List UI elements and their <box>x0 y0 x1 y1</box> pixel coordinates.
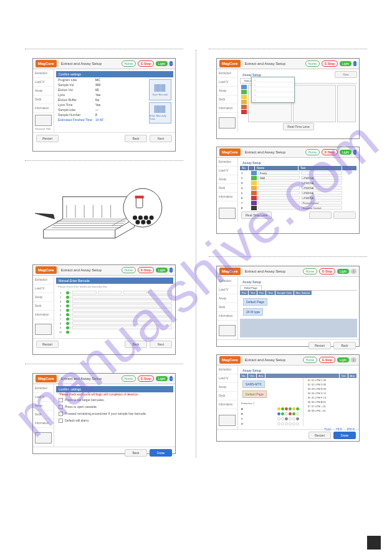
checkbox-icon[interactable] <box>59 419 63 423</box>
back-button[interactable]: Back <box>125 449 147 457</box>
realtime-lane-button[interactable]: Real-Time Lane <box>283 123 313 130</box>
table-row[interactable]: 7Primer/Control <box>240 200 357 205</box>
light-chip[interactable]: Light <box>340 61 351 66</box>
sidebar-item[interactable]: Information <box>33 104 54 113</box>
well-icon[interactable] <box>296 407 299 410</box>
checkbox-icon[interactable] <box>59 405 63 409</box>
well-icon[interactable] <box>296 422 299 425</box>
well-icon[interactable] <box>277 407 280 410</box>
estop-chip[interactable]: E-Stop <box>138 375 154 382</box>
well-icon[interactable] <box>289 417 292 420</box>
color-swatch[interactable] <box>241 105 247 109</box>
color-swatch[interactable] <box>241 90 247 94</box>
light-chip[interactable]: Light <box>340 150 351 155</box>
sidebar-item[interactable]: Load IV <box>33 78 54 87</box>
checkbox-icon[interactable] <box>59 398 63 402</box>
sidebar-item[interactable]: Deck <box>33 95 54 104</box>
color-swatch[interactable] <box>241 110 247 114</box>
restart-button[interactable]: Restart <box>36 341 59 348</box>
scan-barcode-button[interactable]: Scan Barcode <box>149 79 171 100</box>
light-chip[interactable]: Light <box>156 376 168 381</box>
well-icon[interactable] <box>289 407 292 410</box>
assay-type[interactable]: Default Page <box>242 390 267 398</box>
color-swatch[interactable] <box>241 95 247 99</box>
checklist-item[interactable]: Proceed remaining procedures if your sam… <box>56 410 173 417</box>
well-icon[interactable] <box>296 417 299 420</box>
well-icon[interactable] <box>292 417 295 420</box>
info-chip[interactable]: i <box>353 61 356 66</box>
table-row[interactable]: 4LPM/DNA <box>240 185 357 190</box>
estop-chip[interactable]: E-Stop <box>322 61 338 67</box>
light-chip[interactable]: Light <box>156 61 168 66</box>
estop-chip[interactable]: E-Stop <box>138 267 154 273</box>
well-icon[interactable] <box>281 407 284 410</box>
done-button[interactable]: Done <box>150 449 172 457</box>
info-chip[interactable]: i <box>170 376 173 381</box>
back-button[interactable]: Back <box>125 341 147 348</box>
restart-button[interactable]: Restart <box>308 342 331 349</box>
table-row[interactable]: 8Negative Control <box>240 205 357 210</box>
well-icon[interactable] <box>277 412 280 415</box>
light-chip[interactable]: Light <box>337 269 349 274</box>
color-swatch[interactable] <box>241 85 247 89</box>
home-chip[interactable]: Home <box>122 61 136 67</box>
table-row[interactable]: 3LPM/DNA <box>240 180 357 185</box>
home-chip[interactable]: Home <box>303 268 317 274</box>
well-icon[interactable] <box>285 407 288 410</box>
table-row[interactable]: 2FAMLPM/DNA <box>240 175 357 180</box>
back-button[interactable]: Back <box>333 342 356 349</box>
home-chip[interactable]: Home <box>305 149 320 155</box>
realtime-lane-button[interactable]: Real-Time Lane <box>241 211 272 219</box>
chip-type[interactable]: 24 M type <box>243 308 263 316</box>
info-chip[interactable]: i <box>351 269 356 274</box>
well-icon[interactable] <box>285 417 288 420</box>
well-icon[interactable] <box>289 422 292 425</box>
tab-detail[interactable]: Detail Page <box>240 285 262 290</box>
info-chip[interactable]: i <box>170 268 173 273</box>
checklist-item[interactable]: Default will alarm. <box>56 417 173 424</box>
well-icon[interactable] <box>285 422 288 425</box>
well-icon[interactable] <box>277 422 280 425</box>
light-chip[interactable]: Light <box>337 357 349 362</box>
sidebar-item[interactable]: Extraction <box>33 69 54 78</box>
well-icon[interactable] <box>289 412 292 415</box>
home-chip[interactable]: Home <box>303 357 317 363</box>
checkbox-icon[interactable] <box>59 412 63 416</box>
enter-manually-button[interactable]: Enter Manually Tube <box>149 102 171 124</box>
well-icon[interactable] <box>285 412 288 415</box>
estop-chip[interactable]: E-Stop <box>322 149 338 155</box>
home-chip[interactable]: Home <box>305 61 320 67</box>
restart-button[interactable]: Restart <box>308 432 331 439</box>
estop-chip[interactable]: E-Stop <box>138 61 154 67</box>
next-button[interactable]: Next <box>150 135 172 142</box>
well-icon[interactable] <box>292 412 295 415</box>
info-chip[interactable]: i <box>353 150 356 155</box>
well-icon[interactable] <box>292 422 295 425</box>
restart-button[interactable]: Restart <box>36 135 59 142</box>
table-row[interactable]: 5LPM/DNA <box>240 190 357 195</box>
well-icon[interactable] <box>281 422 284 425</box>
info-chip[interactable]: i <box>170 61 173 66</box>
well-icon[interactable] <box>296 412 299 415</box>
assay-name[interactable]: SARS-MTX <box>242 380 265 388</box>
clear-button[interactable]: Clear <box>335 71 357 78</box>
chip-default[interactable]: Default Page <box>243 298 267 306</box>
table-row[interactable]: 1Empty <box>240 170 357 175</box>
done-button[interactable]: Done <box>333 432 356 439</box>
estop-chip[interactable]: E-Stop <box>319 357 335 363</box>
table-row[interactable]: 6LPM/DNA <box>240 195 357 200</box>
light-chip[interactable]: Light <box>156 268 168 273</box>
back-button[interactable]: Back <box>125 135 147 142</box>
home-chip[interactable]: Home <box>122 267 136 273</box>
next-button[interactable]: Next <box>150 341 172 348</box>
info-chip[interactable]: i <box>351 357 356 362</box>
dropdown-menu[interactable]: ————— <box>251 77 295 103</box>
checklist-item[interactable]: Press to open cassette. <box>56 404 173 410</box>
well-icon[interactable] <box>281 417 284 420</box>
home-chip[interactable]: Home <box>122 375 136 382</box>
sidebar-item[interactable]: Assay <box>33 87 54 95</box>
well-icon[interactable] <box>277 417 280 420</box>
color-swatch[interactable] <box>241 100 247 104</box>
well-icon[interactable] <box>281 412 284 415</box>
well-icon[interactable] <box>292 407 295 410</box>
